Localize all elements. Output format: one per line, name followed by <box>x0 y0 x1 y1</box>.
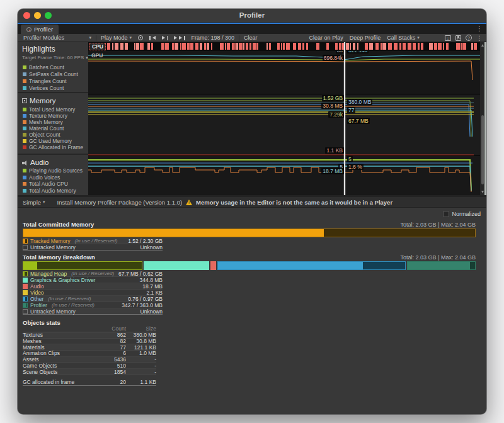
legend-item-gc-alloc[interactable]: GC Allocated In Frame <box>18 144 88 150</box>
tab-overflow-menu-icon[interactable]: ⋮ <box>476 25 483 33</box>
row-name: GC allocated in frame <box>23 379 88 385</box>
profiler-modules-dropdown[interactable]: Profiler Modules ▾ <box>20 34 94 42</box>
breakdown-row-video: Video 2.1 KB <box>23 290 163 296</box>
scroll-down-icon[interactable] <box>481 191 484 193</box>
help-icon[interactable]: ? <box>466 35 472 41</box>
audio-label: Audio <box>30 283 44 290</box>
load-profile-icon[interactable]: ↓ <box>445 35 451 41</box>
legend-swatch <box>23 169 26 172</box>
legend-item-texture[interactable]: Texture Memory <box>18 113 88 119</box>
breakdown-segment-profiler[interactable] <box>407 261 476 270</box>
normalized-toggle[interactable]: Normalized <box>443 211 481 217</box>
tab-profiler[interactable]: Profiler <box>21 25 59 34</box>
breakdown-segment-managed[interactable] <box>23 261 142 270</box>
legend-item-audio-memory[interactable]: Total Audio Memory <box>18 188 88 195</box>
row-name: Assets <box>23 356 88 363</box>
other-swatch <box>23 296 28 302</box>
save-profile-icon[interactable] <box>455 35 461 41</box>
cpu-activity-strip[interactable] <box>88 42 480 51</box>
cpu-track-label[interactable]: CPU <box>89 43 106 50</box>
profiler-swatch <box>23 303 28 308</box>
legend-item-audio-voices[interactable]: Audio Voices <box>18 174 88 181</box>
call-stacks-label: Call Stacks <box>387 35 415 41</box>
legend-item-vertices[interactable]: Vertices Count <box>18 84 88 91</box>
current-frame-button[interactable] <box>171 34 188 42</box>
normalized-checkbox[interactable] <box>443 211 449 217</box>
legend-swatch <box>23 139 26 143</box>
view-mode-dropdown[interactable]: Simple ▾ <box>21 198 47 206</box>
charts-scrollbar[interactable] <box>480 42 484 195</box>
profiler-tab-icon <box>26 27 32 32</box>
profiler-toolbar: Profiler Modules ▾ Play Mode ▾ Frame: 19… <box>18 34 486 42</box>
clear-on-play-toggle[interactable]: Clear on Play <box>306 34 346 42</box>
legend-item-material[interactable]: Material Count <box>18 125 88 132</box>
row-count: 82 <box>88 338 126 344</box>
legend-item-batches[interactable]: Batches Count <box>18 64 88 70</box>
memory-title: Memory <box>18 94 88 104</box>
legend-item-triangles[interactable]: Triangles Count <box>18 77 88 84</box>
chevron-down-icon: ▾ <box>417 35 420 40</box>
legend-label: Audio Voices <box>29 174 60 181</box>
managed-heap-qualifier: (In use / Reserved) <box>71 271 114 276</box>
play-mode-dropdown[interactable]: Play Mode ▾ <box>98 34 135 42</box>
call-stacks-dropdown[interactable]: Call Stacks ▾ <box>384 34 423 42</box>
breakdown-segment-audio[interactable] <box>210 261 216 270</box>
chart-lines <box>88 42 480 195</box>
current-frame-icon <box>174 36 177 40</box>
scrollbar-thumb[interactable] <box>481 115 484 184</box>
editor-memory-warning: Memory usage in the Editor is not the sa… <box>196 199 392 206</box>
highlights-module[interactable]: Highlights Target Frame Time: 60 FPS ▾ B… <box>18 42 88 93</box>
legend-item-mesh[interactable]: Mesh Memory <box>18 119 88 125</box>
video-label: Video <box>30 290 44 296</box>
play-mode-label: Play Mode <box>101 35 128 41</box>
target-frame-time-dropdown[interactable]: Target Frame Time: 60 FPS ▾ <box>18 54 88 60</box>
row-size: 121.1 KB <box>126 344 156 351</box>
legend-swatch <box>23 182 26 186</box>
breakdown-segment-other[interactable] <box>217 261 406 270</box>
tracked-memory-swatch <box>23 239 28 244</box>
legend-item-playing-sources[interactable]: Playing Audio Sources <box>18 167 88 174</box>
frame-counter: Frame: 198 / 300 <box>188 34 238 42</box>
row-count: 1854 <box>88 369 126 375</box>
window-edge-strip <box>484 42 486 195</box>
memory-breakdown-title: Total Memory Breakdown <box>23 254 95 261</box>
row-size: - <box>126 356 156 363</box>
profiler-modules-area: Highlights Target Frame Time: 60 FPS ▾ B… <box>18 42 486 195</box>
module-charts[interactable]: CPU GPU 63 622.14k 696.84k 1.52 GB 380.0… <box>88 42 480 195</box>
legend-item-setpass[interactable]: SetPass Calls Count <box>18 70 88 77</box>
chart-value-label: 696.84k <box>323 55 344 61</box>
video-swatch <box>23 290 28 295</box>
memory-module[interactable]: Memory Total Used Memory Texture Memory … <box>18 94 88 155</box>
legend-item-total-used[interactable]: Total Used Memory <box>18 106 88 113</box>
memory-breakdown-bar[interactable] <box>23 261 476 270</box>
chart-value-label: 30.8 MB <box>321 103 344 109</box>
record-button[interactable] <box>135 34 146 42</box>
window-titlebar[interactable]: Profiler <box>18 9 486 23</box>
legend-swatch <box>23 86 26 90</box>
previous-frame-button[interactable] <box>146 34 159 42</box>
scroll-up-icon[interactable] <box>481 44 484 47</box>
row-size: - <box>126 363 156 369</box>
legend-label: Mesh Memory <box>29 119 63 125</box>
frame-selection-line[interactable] <box>344 42 345 195</box>
toolbar-overflow-menu-icon[interactable]: ⋮ <box>476 35 483 42</box>
warning-icon: ! <box>186 200 192 205</box>
legend-item-audio-cpu[interactable]: Total Audio CPU <box>18 181 88 188</box>
deep-profile-toggle[interactable]: Deep Profile <box>346 34 384 42</box>
audio-value: 18.7 MB <box>142 283 163 290</box>
memory-details-pane: Normalized Total Committed Memory Total:… <box>18 208 486 414</box>
chart-value-label: 1.1 KB <box>325 147 344 154</box>
untracked-memory-swatch <box>23 245 28 250</box>
gpu-track-label[interactable]: GPU <box>90 52 104 59</box>
committed-memory-bar[interactable] <box>23 228 476 237</box>
legend-item-object[interactable]: Object Count <box>18 132 88 138</box>
install-memory-profiler-button[interactable]: Install Memory Profiler Package (Version… <box>57 199 183 206</box>
audio-module[interactable]: Audio Playing Audio Sources Audio Voices… <box>18 156 88 195</box>
next-frame-button[interactable] <box>159 34 171 42</box>
breakdown-segment-graphics[interactable] <box>144 261 209 270</box>
clear-button[interactable]: Clear <box>241 34 261 42</box>
legend-item-gc-used[interactable]: GC Used Memory <box>18 138 88 144</box>
row-size: 1.1 KB <box>126 379 156 385</box>
normalized-label: Normalized <box>452 211 481 217</box>
tab-bar: Profiler ⋮ <box>18 23 486 34</box>
